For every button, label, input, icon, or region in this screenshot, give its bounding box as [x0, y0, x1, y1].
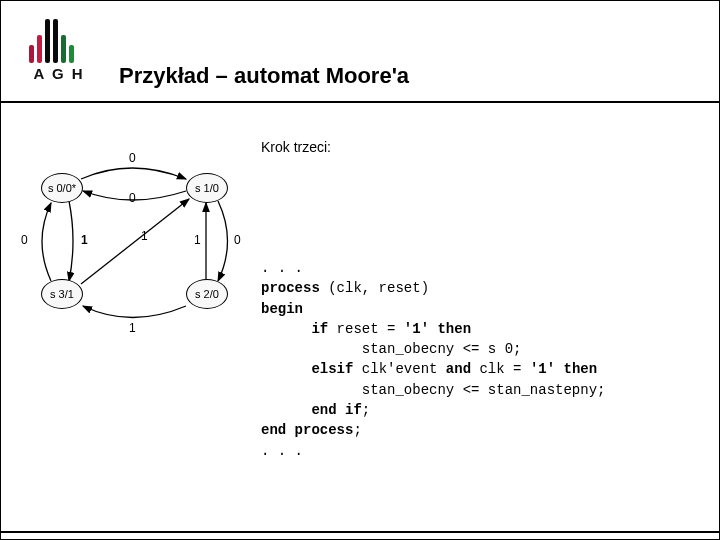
state-node-s1: s 1/0 [186, 173, 228, 203]
code-kw: process [261, 280, 320, 296]
edge-label: 1 [141, 229, 148, 243]
code-text: clk'event [353, 361, 445, 377]
code-kw: '1' [404, 321, 429, 337]
step-label: Krok trzeci: [261, 139, 331, 155]
code-line: . . . [261, 443, 303, 459]
code-text: ; [353, 422, 361, 438]
state-node-s3: s 3/1 [41, 279, 83, 309]
edge-label: 1 [81, 233, 88, 247]
state-diagram: s 0/0* s 1/0 s 2/0 s 3/1 0 0 0 1 1 0 1 1 [11, 151, 251, 336]
state-node-s0: s 0/0* [41, 173, 83, 203]
edge-label: 1 [194, 233, 201, 247]
code-line: stan_obecny <= s 0; [261, 341, 521, 357]
slide-header: A G H Przykład – automat Moore'a [1, 1, 719, 111]
agh-logo: A G H [29, 19, 89, 82]
code-text: ; [362, 402, 370, 418]
code-text: clk = [471, 361, 530, 377]
edge-label: 1 [129, 321, 136, 335]
code-kw: then [429, 321, 471, 337]
edge-label: 0 [234, 233, 241, 247]
code-line: . . . [261, 260, 303, 276]
edge-label: 0 [21, 233, 28, 247]
logo-text: A G H [29, 65, 89, 82]
footer-rule [1, 531, 719, 533]
code-text: reset = [328, 321, 404, 337]
code-kw: if [261, 321, 328, 337]
code-kw: '1' [530, 361, 555, 377]
vhdl-code: . . . process (clk, reset) begin if rese… [261, 258, 605, 461]
logo-bars-icon [29, 19, 89, 63]
code-kw: end if [261, 402, 362, 418]
header-rule [1, 101, 719, 103]
code-kw: begin [261, 301, 303, 317]
slide-title: Przykład – automat Moore'a [119, 63, 409, 89]
edge-label: 0 [129, 151, 136, 165]
code-kw: elsif [261, 361, 353, 377]
state-node-s2: s 2/0 [186, 279, 228, 309]
code-kw: then [555, 361, 597, 377]
code-line: stan_obecny <= stan_nastepny; [261, 382, 605, 398]
edge-label: 0 [129, 191, 136, 205]
code-kw: and [446, 361, 471, 377]
code-kw: end process [261, 422, 353, 438]
code-text: (clk, reset) [320, 280, 429, 296]
